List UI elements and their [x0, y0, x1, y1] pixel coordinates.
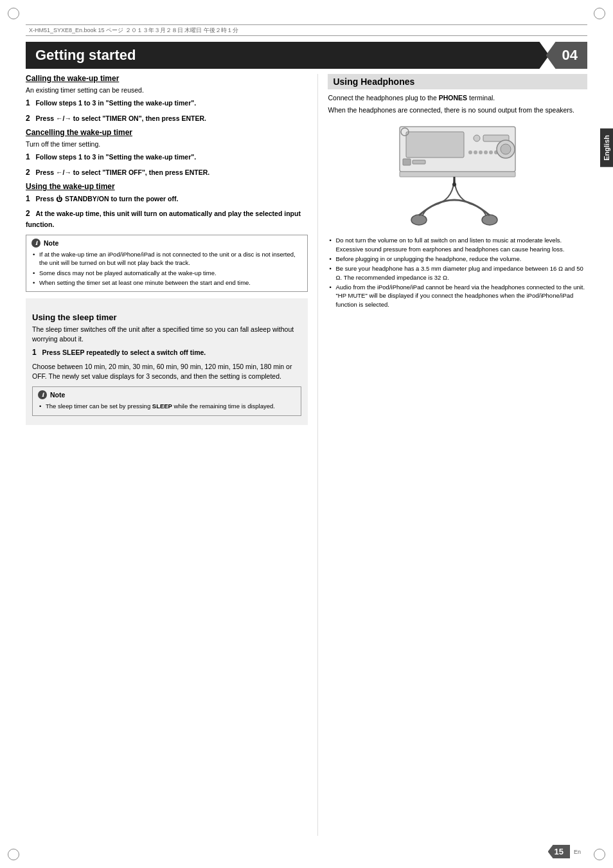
using-step2-text: At the wake-up time, this unit will turn…	[26, 210, 301, 228]
sleep-note-label: Note	[50, 391, 65, 399]
calling-timer-step2: 2 Press ←/→ to select "TIMER ON", then p…	[26, 113, 308, 124]
calling-step2-text: Press ←/→ to select "TIMER ON", then pre…	[35, 114, 206, 122]
corner-bl	[8, 849, 19, 860]
top-header: X-HM51_SYXE8_En.book 15 ページ ２０１３年３月２８日 木…	[26, 24, 587, 36]
sleep-step1-detail: Choose between 10 min, 20 min, 30 min, 6…	[32, 362, 301, 381]
svg-rect-1	[406, 132, 464, 158]
language-tab: English	[600, 129, 613, 167]
page-number-area: 15 En	[548, 845, 581, 858]
page-number-sub: En	[574, 849, 581, 855]
headphones-notes: Do not turn the volume on to full at swi…	[328, 236, 587, 308]
step-num-u2: 2	[26, 209, 30, 218]
sleep-note-icon: ℹ	[38, 390, 47, 399]
svg-point-9	[489, 150, 493, 154]
cancelling-timer-step1: 1 Follow steps 1 to 3 in "Setting the wa…	[26, 152, 308, 163]
headphones-title: Using Headphones	[328, 74, 587, 89]
svg-rect-14	[403, 159, 411, 165]
note-content: If at the wake-up time an iPod/iPhone/iP…	[31, 250, 302, 287]
cancelling-step2-text: Press ←/→ to select "TIMER OFF", then pr…	[35, 168, 209, 176]
step-num: 1	[26, 98, 30, 107]
note-bullet-1: If at the wake-up time an iPod/iPhone/iP…	[31, 250, 302, 267]
sleep-timer-note: ℹ Note The sleep timer can be set by pre…	[32, 386, 301, 415]
device-illustration	[393, 120, 522, 230]
step-num-u1: 1	[26, 194, 30, 203]
svg-rect-13	[400, 172, 515, 177]
svg-point-19	[452, 183, 456, 186]
calling-wake-timer-section: Calling the wake-up timer An existing ti…	[26, 74, 308, 124]
corner-tl	[8, 8, 19, 19]
page-number: 15	[548, 845, 570, 858]
svg-point-8	[484, 150, 488, 154]
using-timer-step1: 1 Press ⏻ STANDBY/ON to turn the power o…	[26, 194, 308, 204]
note-bullet-3: When setting the timer set at least one …	[31, 278, 302, 287]
using-step1-text: Press ⏻ STANDBY/ON to turn the power off…	[35, 195, 178, 203]
header-text: X-HM51_SYXE8_En.book 15 ページ ２０１３年３月２８日 木…	[29, 26, 238, 35]
note-icon: ℹ	[31, 239, 40, 248]
svg-point-12	[501, 144, 511, 154]
sleep-timer-intro: The sleep timer switches off the unit af…	[32, 325, 301, 344]
main-content: Calling the wake-up timer An existing ti…	[26, 74, 587, 836]
cancelling-timer-title: Cancelling the wake-up timer	[26, 128, 308, 137]
svg-point-6	[474, 150, 477, 154]
using-timer-title: Using the wake-up timer	[26, 182, 308, 191]
wake-timer-note: ℹ Note If at the wake-up time an iPod/iP…	[26, 235, 308, 292]
headphones-intro2: When the headphones are connected, there…	[328, 105, 587, 115]
note-bullet-2: Some discs may not be played automatical…	[31, 269, 302, 277]
headphone-note-2: Before plugging in or unplugging the hea…	[328, 255, 587, 263]
svg-point-3	[474, 135, 480, 141]
step-num-2: 2	[26, 114, 30, 123]
svg-point-7	[479, 150, 483, 154]
headphone-note-4: Audio from the iPod/iPhone/iPad cannot b…	[328, 283, 587, 309]
calling-timer-title: Calling the wake-up timer	[26, 74, 308, 83]
sleep-step1-bold: Press SLEEP repeatedly to select a switc…	[42, 348, 206, 356]
corner-br	[594, 849, 605, 860]
using-timer-step2: 2 At the wake-up time, this unit will tu…	[26, 208, 308, 230]
step-num-c1: 1	[26, 152, 30, 161]
chapter-number: 04	[546, 42, 587, 69]
corner-tr	[594, 8, 605, 19]
cancelling-timer-intro: Turn off the timer setting.	[26, 140, 308, 149]
sleep-timer-title: Using the sleep timer	[32, 312, 301, 322]
headphone-note-1: Do not turn the volume on to full at swi…	[328, 236, 587, 253]
note-header: ℹ Note	[31, 239, 302, 248]
sleep-note-bullet-1: The sleep timer can be set by pressing S…	[38, 402, 296, 410]
svg-point-17	[482, 215, 497, 225]
svg-rect-15	[413, 160, 425, 164]
sleep-note-header: ℹ Note	[38, 390, 296, 399]
sleep-timer-step1: 1 Press SLEEP repeatedly to select a swi…	[32, 347, 301, 358]
calling-timer-intro: An existing timer setting can be reused.	[26, 86, 308, 95]
sleep-timer-section: Using the sleep timer The sleep timer sw…	[26, 298, 308, 425]
headphone-note-3: Be sure your headphone has a 3.5 mm diam…	[328, 264, 587, 282]
sleep-step-num: 1	[32, 348, 37, 357]
cancelling-step1-text: Follow steps 1 to 3 in "Setting the wake…	[35, 153, 196, 161]
right-column: Using Headphones Connect the headphones …	[317, 74, 587, 836]
headphones-section: Using Headphones Connect the headphones …	[328, 74, 587, 309]
chapter-header: Getting started 04	[26, 42, 587, 69]
calling-timer-step1: 1 Follow steps 1 to 3 in "Setting the wa…	[26, 98, 308, 109]
step-num-c2: 2	[26, 168, 30, 177]
note-label: Note	[44, 239, 58, 247]
sleep-note-content: The sleep timer can be set by pressing S…	[38, 402, 296, 410]
device-image-wrapper	[328, 120, 587, 230]
calling-step1-text: Follow steps 1 to 3 in "Setting the wake…	[35, 99, 196, 107]
svg-point-16	[411, 215, 427, 225]
chapter-title: Getting started	[26, 42, 549, 69]
headphones-intro1: Connect the headphones plug to the PHONE…	[328, 93, 587, 103]
using-wake-timer-section: Using the wake-up timer 1 Press ⏻ STANDB…	[26, 182, 308, 292]
left-column: Calling the wake-up timer An existing ti…	[26, 74, 317, 836]
cancelling-wake-timer-section: Cancelling the wake-up timer Turn off th…	[26, 128, 308, 178]
cancelling-timer-step2: 2 Press ←/→ to select "TIMER OFF", then …	[26, 167, 308, 178]
svg-point-5	[468, 150, 472, 154]
